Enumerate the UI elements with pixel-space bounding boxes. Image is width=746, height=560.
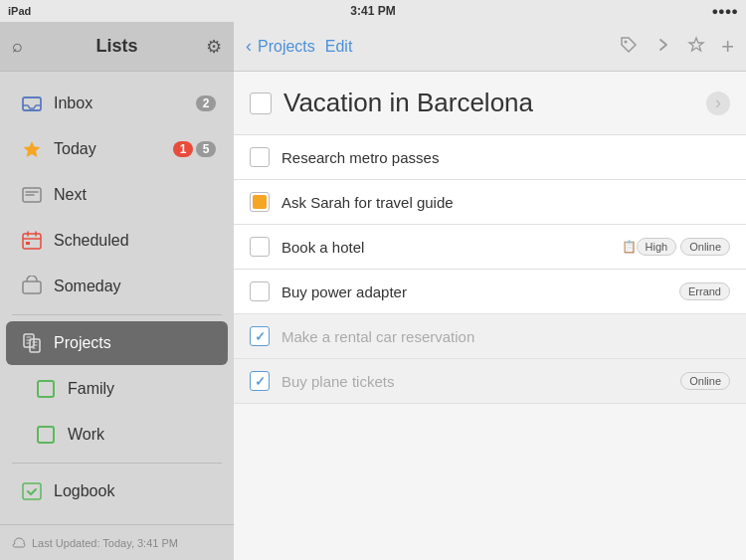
battery-indicator: ●●●●: [711, 5, 738, 17]
sidebar-label-work: Work: [68, 426, 216, 444]
task-checkbox-3[interactable]: [250, 237, 270, 257]
sidebar: ⌕ Lists ⚙ Inbox 2: [0, 22, 234, 560]
back-label[interactable]: Projects: [258, 38, 315, 56]
projects-icon: [18, 329, 46, 357]
sidebar-item-scheduled[interactable]: Scheduled: [6, 219, 228, 263]
svg-rect-9: [38, 427, 54, 443]
detail-header-left: ‹ Projects Edit: [246, 36, 352, 57]
svg-marker-1: [24, 141, 41, 157]
task-checkbox-2[interactable]: [250, 192, 270, 212]
tag-icon[interactable]: [620, 36, 638, 58]
sidebar-item-today[interactable]: Today 1 5: [6, 127, 228, 171]
footer-text: Last Updated: Today, 3:41 PM: [32, 537, 178, 549]
sidebar-item-work[interactable]: Work: [20, 413, 228, 457]
task-row[interactable]: Ask Sarah for travel guide: [234, 180, 746, 225]
forward-icon[interactable]: [653, 36, 671, 58]
sidebar-item-next[interactable]: Next: [6, 173, 228, 217]
sidebar-label-family: Family: [68, 380, 216, 398]
task-row[interactable]: Make a rental car reservation: [234, 314, 746, 359]
someday-icon: [18, 273, 46, 300]
svg-rect-8: [38, 381, 54, 397]
sidebar-label-someday: Someday: [54, 278, 216, 295]
inbox-badge-container: 2: [196, 95, 216, 111]
inbox-badge: 2: [196, 95, 216, 111]
task-checkbox-6[interactable]: [250, 371, 270, 391]
svg-rect-3: [23, 234, 41, 249]
today-badge-red: 1: [173, 141, 193, 157]
add-icon[interactable]: +: [721, 36, 734, 58]
task-badges-4: Errand: [679, 282, 730, 300]
sidebar-label-projects: Projects: [54, 334, 216, 352]
svg-rect-4: [26, 242, 30, 245]
project-checkbox[interactable]: [250, 93, 272, 114]
status-time: 3:41 PM: [350, 4, 395, 18]
sidebar-item-someday[interactable]: Someday: [6, 265, 228, 308]
inbox-icon: [18, 90, 46, 117]
project-title: Vacation in Barcelona: [283, 88, 706, 118]
detail-header-actions: +: [620, 36, 734, 58]
detail-content: Vacation in Barcelona › Research metro p…: [234, 72, 746, 560]
status-bar: iPad 3:41 PM ●●●●: [0, 0, 746, 22]
family-icon: [32, 375, 60, 403]
sidebar-header: ⌕ Lists ⚙: [0, 22, 234, 72]
svg-rect-10: [23, 483, 41, 499]
sidebar-item-inbox[interactable]: Inbox 2: [6, 82, 228, 125]
search-icon[interactable]: ⌕: [12, 36, 23, 57]
sidebar-label-scheduled: Scheduled: [54, 232, 216, 250]
sidebar-divider-1: [12, 314, 222, 315]
sidebar-title: Lists: [95, 36, 137, 57]
task-label-6: Buy plane tickets: [281, 373, 680, 390]
task-label-4: Buy power adapter: [281, 283, 679, 300]
badge-high: High: [637, 238, 677, 256]
detail-header: ‹ Projects Edit: [234, 22, 746, 72]
sidebar-item-logbook[interactable]: Logbook: [6, 469, 228, 513]
task-checkbox-4[interactable]: [250, 281, 270, 301]
logbook-icon: [18, 477, 46, 505]
task-row[interactable]: Buy plane tickets Online: [234, 359, 746, 404]
badge-errand: Errand: [679, 282, 730, 300]
next-icon: [18, 181, 46, 209]
svg-point-11: [625, 40, 628, 43]
task-label-3: Book a hotel: [281, 239, 618, 256]
sidebar-divider-2: [12, 463, 222, 464]
sidebar-label-logbook: Logbook: [54, 482, 216, 500]
sidebar-footer: Last Updated: Today, 3:41 PM: [0, 524, 234, 560]
scheduled-icon: [18, 227, 46, 255]
svg-rect-5: [23, 281, 41, 293]
badge-online-6: Online: [680, 372, 730, 390]
sidebar-nav-list: Inbox 2 Today 1 5: [0, 72, 234, 524]
task-label-2: Ask Sarah for travel guide: [281, 194, 730, 211]
task-checkbox-5[interactable]: [250, 326, 270, 346]
detail-pane: ‹ Projects Edit: [234, 22, 746, 560]
today-icon: [18, 135, 46, 163]
sidebar-label-next: Next: [54, 186, 216, 204]
gear-icon[interactable]: ⚙: [206, 36, 222, 58]
task-checkbox-1[interactable]: [250, 147, 270, 167]
task-row[interactable]: Research metro passes: [234, 135, 746, 180]
note-icon: 📋: [622, 240, 637, 254]
sidebar-item-family[interactable]: Family: [20, 367, 228, 411]
badge-online-3: Online: [680, 238, 730, 256]
task-badges-3: High Online: [637, 238, 730, 256]
star-icon[interactable]: [687, 36, 705, 58]
sidebar-item-projects[interactable]: Projects: [6, 321, 228, 365]
sidebar-label-inbox: Inbox: [54, 94, 196, 112]
today-badge-gray: 5: [196, 141, 216, 157]
task-label-5: Make a rental car reservation: [281, 328, 730, 345]
task-badges-6: Online: [680, 372, 730, 390]
detail-chevron-icon[interactable]: ›: [706, 92, 730, 115]
sidebar-label-today: Today: [54, 140, 173, 158]
work-icon: [32, 421, 60, 449]
task-row[interactable]: Buy power adapter Errand: [234, 270, 746, 314]
device-label: iPad: [8, 5, 31, 17]
today-badge-container: 1 5: [173, 141, 216, 157]
edit-button[interactable]: Edit: [325, 38, 353, 56]
project-title-row[interactable]: Vacation in Barcelona ›: [234, 72, 746, 135]
task-label-1: Research metro passes: [281, 149, 730, 166]
back-chevron-icon[interactable]: ‹: [246, 36, 252, 57]
task-row[interactable]: Book a hotel 📋 High Online: [234, 225, 746, 270]
